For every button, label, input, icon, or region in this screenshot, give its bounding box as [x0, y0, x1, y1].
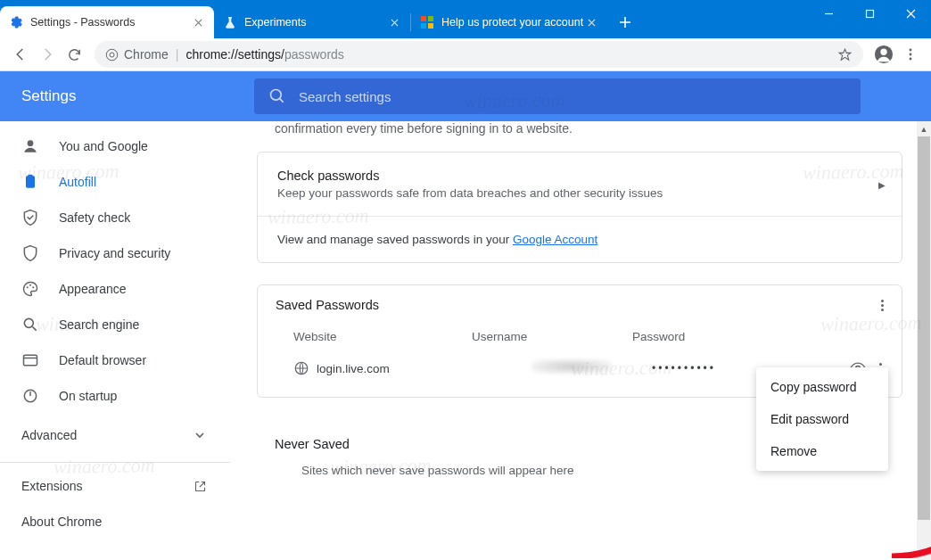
window-titlebar: Settings - Passwords Experiments Help us…	[0, 0, 931, 38]
sidebar-item-label: Search engine	[59, 317, 139, 332]
svg-point-9	[880, 49, 886, 55]
profile-avatar-icon[interactable]	[870, 41, 897, 68]
bookmark-star-icon[interactable]	[837, 47, 853, 62]
col-website: Website	[293, 330, 472, 343]
sidebar-item-default-browser[interactable]: Default browser	[0, 342, 230, 378]
top-cutoff-text: confirmation every time before signing i…	[230, 121, 917, 152]
tab-title: Experiments	[244, 16, 387, 29]
close-icon[interactable]	[191, 15, 205, 29]
svg-point-19	[32, 286, 34, 288]
forward-button[interactable]	[34, 41, 61, 68]
gear-icon	[9, 15, 23, 29]
reload-button[interactable]	[61, 41, 87, 68]
sidebar-about-label: About Chrome	[21, 515, 102, 529]
ms-icon	[420, 15, 434, 29]
tab-settings-passwords[interactable]: Settings - Passwords	[0, 6, 214, 38]
settings-search-input[interactable]	[299, 89, 846, 104]
svg-rect-5	[866, 10, 873, 17]
svg-point-20	[24, 318, 33, 327]
chevron-down-icon	[194, 430, 205, 441]
search-icon	[21, 316, 39, 334]
globe-icon	[293, 360, 309, 376]
tab-experiments[interactable]: Experiments	[214, 6, 410, 38]
scroll-up-button[interactable]: ▲	[917, 121, 931, 136]
chrome-menu-icon[interactable]	[897, 41, 924, 68]
scroll-down-button[interactable]: ▼	[917, 545, 931, 560]
back-button[interactable]	[7, 41, 34, 68]
shield-check-icon	[21, 209, 39, 226]
sidebar-divider	[0, 462, 230, 463]
google-account-link[interactable]: Google Account	[513, 233, 597, 246]
power-icon	[21, 387, 39, 405]
tab-help-protect[interactable]: Help us protect your account	[411, 6, 607, 38]
address-bar[interactable]: Chrome | chrome://settings/passwords	[95, 41, 863, 68]
svg-point-6	[106, 49, 118, 61]
omnibox-separator: |	[176, 47, 179, 62]
palette-icon	[21, 280, 39, 298]
shield-icon	[21, 244, 39, 262]
close-window-button[interactable]	[890, 0, 931, 27]
search-icon	[268, 87, 286, 105]
view-manage-row: View and manage saved passwords in your …	[258, 217, 902, 262]
check-passwords-row[interactable]: Check passwords Keep your passwords safe…	[258, 152, 902, 217]
browser-toolbar: Chrome | chrome://settings/passwords	[0, 38, 931, 71]
svg-rect-4	[428, 23, 433, 29]
sidebar-link-about-chrome[interactable]: About Chrome	[0, 504, 230, 539]
saved-passwords-more-icon[interactable]	[881, 300, 884, 311]
check-passwords-sub: Keep your passwords safe from data breac…	[277, 186, 882, 200]
sidebar-item-autofill[interactable]: Autofill	[0, 164, 230, 200]
check-passwords-title: Check passwords	[277, 169, 882, 183]
menu-copy-password[interactable]: Copy password	[756, 371, 888, 403]
maximize-button[interactable]	[849, 0, 890, 27]
tab-title: Help us protect your account	[441, 16, 584, 29]
sidebar-item-appearance[interactable]: Appearance	[0, 271, 230, 307]
settings-search-box[interactable]	[254, 78, 861, 114]
sidebar-item-you-and-google[interactable]: You and Google	[0, 128, 230, 164]
sidebar-advanced-toggle[interactable]: Advanced	[0, 414, 230, 457]
svg-rect-2	[428, 16, 433, 21]
sidebar-item-safety-check[interactable]: Safety check	[0, 200, 230, 235]
scrollbar-thumb[interactable]	[918, 136, 930, 520]
svg-point-18	[29, 284, 31, 286]
minimize-button[interactable]	[808, 0, 849, 27]
svg-rect-21	[24, 355, 37, 366]
svg-rect-3	[421, 23, 426, 29]
sidebar-item-on-startup[interactable]: On startup	[0, 378, 230, 414]
svg-point-10	[910, 49, 912, 52]
url-prefix: chrome://settings/	[185, 47, 284, 62]
saved-passwords-heading: Saved Passwords	[276, 298, 379, 312]
sidebar-item-label: Safety check	[59, 210, 130, 225]
browser-icon	[21, 351, 39, 369]
saved-passwords-columns: Website Username Password	[258, 319, 902, 350]
svg-rect-16	[29, 175, 33, 177]
vertical-scrollbar[interactable]: ▲ ▼	[917, 121, 931, 560]
settings-main: confirmation every time before signing i…	[230, 121, 931, 560]
menu-remove[interactable]: Remove	[756, 435, 888, 467]
svg-rect-15	[26, 176, 35, 187]
new-tab-button[interactable]	[613, 10, 638, 35]
clipboard-icon	[21, 173, 39, 191]
sidebar-link-extensions[interactable]: Extensions	[0, 468, 230, 504]
url-suffix: passwords	[284, 47, 344, 62]
close-icon[interactable]	[584, 15, 598, 29]
tab-title: Settings - Passwords	[30, 16, 191, 29]
svg-point-12	[910, 58, 912, 61]
chrome-chip-label: Chrome	[124, 47, 169, 62]
sidebar-item-label: On startup	[59, 389, 117, 403]
chrome-origin-chip: Chrome	[105, 47, 169, 62]
col-password: Password	[632, 330, 886, 343]
col-username: Username	[472, 330, 632, 343]
menu-edit-password[interactable]: Edit password	[756, 403, 888, 435]
sidebar-extensions-label: Extensions	[21, 479, 82, 493]
close-icon[interactable]	[387, 15, 401, 29]
open-external-icon	[194, 480, 207, 493]
tab-strip: Settings - Passwords Experiments Help us…	[0, 6, 638, 38]
sidebar-item-search-engine[interactable]: Search engine	[0, 307, 230, 342]
sidebar-advanced-label: Advanced	[21, 428, 77, 442]
blurred-username	[531, 359, 612, 374]
row-username	[491, 359, 652, 377]
window-controls	[808, 0, 931, 27]
sidebar-item-privacy-security[interactable]: Privacy and security	[0, 235, 230, 271]
row-website: login.live.com	[317, 362, 491, 375]
person-icon	[21, 137, 39, 155]
